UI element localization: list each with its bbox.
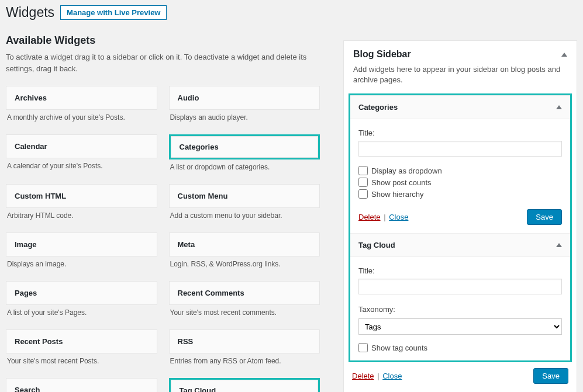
widget-name-recent-posts[interactable]: Recent Posts	[6, 329, 157, 353]
widget-name-tag-cloud[interactable]: Tag Cloud	[171, 380, 319, 392]
show-tag-counts-option[interactable]: Show tag counts	[358, 343, 562, 352]
widget-name-rss[interactable]: RSS	[169, 329, 320, 353]
tagcloud-title-input[interactable]	[358, 279, 562, 294]
available-widget: ImageDisplays an image.	[6, 233, 157, 275]
tagcloud-widget-panel: Tag Cloud Title: Taxonomy: Tags	[350, 233, 570, 360]
show-hierarchy-option[interactable]: Show hierarchy	[358, 189, 562, 199]
available-widgets-column: Available Widgets To activate a widget d…	[6, 23, 320, 392]
widget-desc: Your site's most recent comments.	[169, 305, 320, 324]
display-dropdown-label: Display as dropdown	[371, 166, 442, 175]
divider: |	[377, 372, 381, 380]
widget-desc: Your site's most recent Posts.	[6, 353, 157, 372]
show-post-counts-label: Show post counts	[371, 178, 432, 187]
collapse-icon[interactable]	[556, 243, 562, 247]
display-dropdown-option[interactable]: Display as dropdown	[358, 166, 562, 175]
close-link[interactable]: Close	[389, 213, 408, 221]
blog-sidebar-title: Blog Sidebar	[353, 49, 411, 60]
tagcloud-panel-title: Tag Cloud	[358, 241, 395, 249]
available-widget: RSSEntries from any RSS or Atom feed.	[169, 329, 320, 372]
taxonomy-label: Taxonomy:	[358, 305, 562, 314]
available-widget: CalendarA calendar of your site's Posts.	[6, 134, 157, 178]
widget-name-categories[interactable]: Categories	[171, 136, 319, 158]
highlighted-widgets-region: Categories Title: Display as dropdown	[349, 93, 572, 362]
widget-desc: Login, RSS, & WordPress.org links.	[169, 256, 320, 275]
save-button[interactable]: Save	[533, 368, 568, 384]
available-widget: Recent CommentsYour site's most recent c…	[169, 281, 320, 324]
widget-name-meta[interactable]: Meta	[169, 233, 320, 256]
show-hierarchy-checkbox[interactable]	[358, 189, 368, 199]
blog-sidebar-area: Blog Sidebar Add widgets here to appear …	[343, 40, 577, 392]
available-widget: CategoriesA list or dropdown of categori…	[169, 134, 320, 178]
widget-desc: A list or dropdown of categories.	[169, 159, 320, 178]
title-label: Title:	[358, 266, 562, 275]
available-widget: Search	[6, 378, 157, 392]
widget-name-pages[interactable]: Pages	[6, 281, 157, 305]
delete-link[interactable]: Delete	[352, 372, 374, 380]
widget-desc: Displays an image.	[6, 256, 157, 275]
widget-name-image[interactable]: Image	[6, 233, 157, 256]
available-widget: MetaLogin, RSS, & WordPress.org links.	[169, 233, 320, 275]
live-preview-button[interactable]: Manage with Live Preview	[60, 5, 167, 20]
show-tag-counts-checkbox[interactable]	[358, 343, 368, 352]
available-widget: PagesA list of your site's Pages.	[6, 281, 157, 324]
tagcloud-panel-header[interactable]: Tag Cloud	[350, 234, 570, 257]
available-widget: AudioDisplays an audio player.	[169, 86, 320, 129]
categories-widget-panel: Categories Title: Display as dropdown	[350, 95, 570, 233]
widget-name-search[interactable]: Search	[6, 378, 157, 392]
widget-desc: Arbitrary HTML code.	[6, 208, 157, 227]
categories-panel-title: Categories	[358, 103, 398, 112]
widget-name-recent-comments[interactable]: Recent Comments	[169, 281, 320, 305]
widget-name-archives[interactable]: Archives	[6, 86, 157, 110]
close-link[interactable]: Close	[382, 372, 402, 380]
highlight-box: Categories	[169, 134, 320, 159]
save-button[interactable]: Save	[527, 209, 562, 225]
available-widget: Recent PostsYour site's most recent Post…	[6, 329, 157, 372]
categories-title-input[interactable]	[358, 141, 562, 157]
widget-desc: Add a custom menu to your sidebar.	[169, 208, 320, 227]
title-label: Title:	[358, 129, 562, 137]
page-title: Widgets	[6, 5, 54, 20]
available-widgets-heading: Available Widgets	[6, 34, 320, 47]
show-hierarchy-label: Show hierarchy	[371, 190, 424, 199]
available-widget: ArchivesA monthly archive of your site's…	[6, 86, 157, 129]
widget-desc: A list of your site's Pages.	[6, 305, 157, 324]
widget-name-custom-html[interactable]: Custom HTML	[6, 184, 157, 208]
divider: |	[384, 213, 388, 221]
highlight-box: Tag Cloud	[169, 378, 320, 392]
widget-name-custom-menu[interactable]: Custom Menu	[169, 184, 320, 208]
widget-desc: Entries from any RSS or Atom feed.	[169, 353, 320, 372]
widget-desc: A calendar of your site's Posts.	[6, 158, 157, 177]
display-dropdown-checkbox[interactable]	[358, 166, 368, 175]
sidebar-column: Blog Sidebar Add widgets here to appear …	[343, 40, 577, 392]
widget-desc: Displays an audio player.	[169, 110, 320, 129]
taxonomy-select[interactable]: Tags	[358, 318, 562, 335]
show-post-counts-option[interactable]: Show post counts	[358, 178, 562, 187]
collapse-icon[interactable]	[561, 53, 567, 57]
categories-panel-header[interactable]: Categories	[350, 96, 570, 119]
available-widgets-desc: To activate a widget drag it to a sideba…	[6, 51, 320, 74]
show-tag-counts-label: Show tag counts	[371, 344, 427, 352]
show-post-counts-checkbox[interactable]	[358, 178, 368, 187]
available-widget: Tag Cloud	[169, 378, 320, 392]
blog-sidebar-desc: Add widgets here to appear in your sideb…	[344, 63, 577, 93]
widget-name-calendar[interactable]: Calendar	[6, 134, 157, 158]
widget-desc: A monthly archive of your site's Posts.	[6, 110, 157, 129]
delete-link[interactable]: Delete	[358, 213, 381, 221]
available-widget: Custom MenuAdd a custom menu to your sid…	[169, 184, 320, 227]
available-widget: Custom HTMLArbitrary HTML code.	[6, 184, 157, 227]
collapse-icon[interactable]	[556, 105, 562, 109]
widget-name-audio[interactable]: Audio	[169, 86, 320, 110]
